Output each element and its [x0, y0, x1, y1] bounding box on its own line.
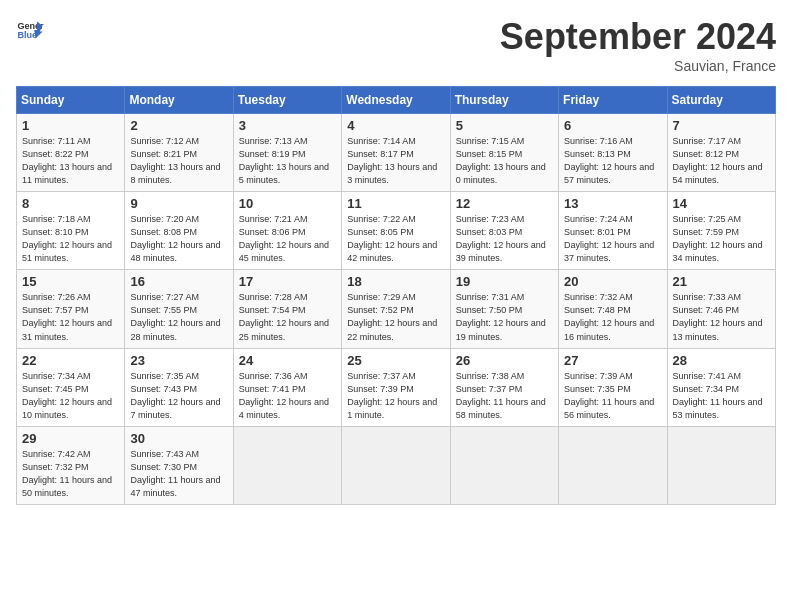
calendar-cell: 9Sunrise: 7:20 AM Sunset: 8:08 PM Daylig… — [125, 192, 233, 270]
day-number: 27 — [564, 353, 661, 368]
calendar-cell: 24Sunrise: 7:36 AM Sunset: 7:41 PM Dayli… — [233, 348, 341, 426]
calendar-cell — [342, 426, 450, 504]
day-number: 28 — [673, 353, 770, 368]
calendar-cell: 14Sunrise: 7:25 AM Sunset: 7:59 PM Dayli… — [667, 192, 775, 270]
day-number: 7 — [673, 118, 770, 133]
calendar-row: 1Sunrise: 7:11 AM Sunset: 8:22 PM Daylig… — [17, 114, 776, 192]
day-number: 20 — [564, 274, 661, 289]
day-number: 1 — [22, 118, 119, 133]
day-number: 16 — [130, 274, 227, 289]
calendar-cell: 18Sunrise: 7:29 AM Sunset: 7:52 PM Dayli… — [342, 270, 450, 348]
day-info: Sunrise: 7:34 AM Sunset: 7:45 PM Dayligh… — [22, 370, 119, 422]
day-info: Sunrise: 7:38 AM Sunset: 7:37 PM Dayligh… — [456, 370, 553, 422]
day-number: 22 — [22, 353, 119, 368]
calendar-cell — [667, 426, 775, 504]
calendar-cell: 2Sunrise: 7:12 AM Sunset: 8:21 PM Daylig… — [125, 114, 233, 192]
col-tuesday: Tuesday — [233, 87, 341, 114]
day-info: Sunrise: 7:13 AM Sunset: 8:19 PM Dayligh… — [239, 135, 336, 187]
day-info: Sunrise: 7:41 AM Sunset: 7:34 PM Dayligh… — [673, 370, 770, 422]
logo-icon: General Blue — [16, 16, 44, 44]
day-number: 26 — [456, 353, 553, 368]
svg-text:Blue: Blue — [17, 30, 37, 40]
calendar-cell: 27Sunrise: 7:39 AM Sunset: 7:35 PM Dayli… — [559, 348, 667, 426]
calendar-cell: 3Sunrise: 7:13 AM Sunset: 8:19 PM Daylig… — [233, 114, 341, 192]
day-number: 3 — [239, 118, 336, 133]
calendar-cell: 13Sunrise: 7:24 AM Sunset: 8:01 PM Dayli… — [559, 192, 667, 270]
day-info: Sunrise: 7:26 AM Sunset: 7:57 PM Dayligh… — [22, 291, 119, 343]
day-info: Sunrise: 7:29 AM Sunset: 7:52 PM Dayligh… — [347, 291, 444, 343]
day-info: Sunrise: 7:42 AM Sunset: 7:32 PM Dayligh… — [22, 448, 119, 500]
calendar-cell: 17Sunrise: 7:28 AM Sunset: 7:54 PM Dayli… — [233, 270, 341, 348]
calendar-cell: 22Sunrise: 7:34 AM Sunset: 7:45 PM Dayli… — [17, 348, 125, 426]
calendar-cell: 19Sunrise: 7:31 AM Sunset: 7:50 PM Dayli… — [450, 270, 558, 348]
day-info: Sunrise: 7:37 AM Sunset: 7:39 PM Dayligh… — [347, 370, 444, 422]
col-friday: Friday — [559, 87, 667, 114]
day-info: Sunrise: 7:28 AM Sunset: 7:54 PM Dayligh… — [239, 291, 336, 343]
day-number: 29 — [22, 431, 119, 446]
day-number: 6 — [564, 118, 661, 133]
calendar-cell: 6Sunrise: 7:16 AM Sunset: 8:13 PM Daylig… — [559, 114, 667, 192]
day-number: 30 — [130, 431, 227, 446]
day-info: Sunrise: 7:31 AM Sunset: 7:50 PM Dayligh… — [456, 291, 553, 343]
day-info: Sunrise: 7:32 AM Sunset: 7:48 PM Dayligh… — [564, 291, 661, 343]
day-info: Sunrise: 7:14 AM Sunset: 8:17 PM Dayligh… — [347, 135, 444, 187]
day-info: Sunrise: 7:21 AM Sunset: 8:06 PM Dayligh… — [239, 213, 336, 265]
calendar-cell: 4Sunrise: 7:14 AM Sunset: 8:17 PM Daylig… — [342, 114, 450, 192]
calendar-cell: 7Sunrise: 7:17 AM Sunset: 8:12 PM Daylig… — [667, 114, 775, 192]
day-number: 8 — [22, 196, 119, 211]
day-number: 18 — [347, 274, 444, 289]
day-info: Sunrise: 7:11 AM Sunset: 8:22 PM Dayligh… — [22, 135, 119, 187]
day-number: 13 — [564, 196, 661, 211]
col-sunday: Sunday — [17, 87, 125, 114]
calendar-cell: 25Sunrise: 7:37 AM Sunset: 7:39 PM Dayli… — [342, 348, 450, 426]
day-number: 15 — [22, 274, 119, 289]
day-number: 23 — [130, 353, 227, 368]
day-info: Sunrise: 7:23 AM Sunset: 8:03 PM Dayligh… — [456, 213, 553, 265]
day-info: Sunrise: 7:18 AM Sunset: 8:10 PM Dayligh… — [22, 213, 119, 265]
calendar-row: 22Sunrise: 7:34 AM Sunset: 7:45 PM Dayli… — [17, 348, 776, 426]
col-saturday: Saturday — [667, 87, 775, 114]
day-number: 24 — [239, 353, 336, 368]
day-number: 12 — [456, 196, 553, 211]
calendar-cell: 29Sunrise: 7:42 AM Sunset: 7:32 PM Dayli… — [17, 426, 125, 504]
day-info: Sunrise: 7:17 AM Sunset: 8:12 PM Dayligh… — [673, 135, 770, 187]
calendar-cell: 21Sunrise: 7:33 AM Sunset: 7:46 PM Dayli… — [667, 270, 775, 348]
day-info: Sunrise: 7:39 AM Sunset: 7:35 PM Dayligh… — [564, 370, 661, 422]
page-header: General Blue September 2024 Sauvian, Fra… — [16, 16, 776, 74]
calendar-cell — [559, 426, 667, 504]
calendar-cell — [450, 426, 558, 504]
col-thursday: Thursday — [450, 87, 558, 114]
day-info: Sunrise: 7:43 AM Sunset: 7:30 PM Dayligh… — [130, 448, 227, 500]
day-number: 25 — [347, 353, 444, 368]
day-info: Sunrise: 7:35 AM Sunset: 7:43 PM Dayligh… — [130, 370, 227, 422]
day-number: 19 — [456, 274, 553, 289]
day-info: Sunrise: 7:15 AM Sunset: 8:15 PM Dayligh… — [456, 135, 553, 187]
calendar-cell: 5Sunrise: 7:15 AM Sunset: 8:15 PM Daylig… — [450, 114, 558, 192]
day-info: Sunrise: 7:12 AM Sunset: 8:21 PM Dayligh… — [130, 135, 227, 187]
location: Sauvian, France — [500, 58, 776, 74]
day-number: 21 — [673, 274, 770, 289]
day-info: Sunrise: 7:36 AM Sunset: 7:41 PM Dayligh… — [239, 370, 336, 422]
day-info: Sunrise: 7:22 AM Sunset: 8:05 PM Dayligh… — [347, 213, 444, 265]
calendar-cell: 28Sunrise: 7:41 AM Sunset: 7:34 PM Dayli… — [667, 348, 775, 426]
month-title: September 2024 — [500, 16, 776, 58]
day-number: 5 — [456, 118, 553, 133]
day-number: 10 — [239, 196, 336, 211]
day-number: 9 — [130, 196, 227, 211]
day-number: 4 — [347, 118, 444, 133]
calendar-cell: 20Sunrise: 7:32 AM Sunset: 7:48 PM Dayli… — [559, 270, 667, 348]
calendar-cell: 11Sunrise: 7:22 AM Sunset: 8:05 PM Dayli… — [342, 192, 450, 270]
day-info: Sunrise: 7:25 AM Sunset: 7:59 PM Dayligh… — [673, 213, 770, 265]
day-info: Sunrise: 7:24 AM Sunset: 8:01 PM Dayligh… — [564, 213, 661, 265]
day-info: Sunrise: 7:27 AM Sunset: 7:55 PM Dayligh… — [130, 291, 227, 343]
calendar-row: 29Sunrise: 7:42 AM Sunset: 7:32 PM Dayli… — [17, 426, 776, 504]
day-number: 2 — [130, 118, 227, 133]
calendar-cell: 10Sunrise: 7:21 AM Sunset: 8:06 PM Dayli… — [233, 192, 341, 270]
calendar-cell: 15Sunrise: 7:26 AM Sunset: 7:57 PM Dayli… — [17, 270, 125, 348]
calendar-cell — [233, 426, 341, 504]
calendar-row: 8Sunrise: 7:18 AM Sunset: 8:10 PM Daylig… — [17, 192, 776, 270]
header-row: Sunday Monday Tuesday Wednesday Thursday… — [17, 87, 776, 114]
day-info: Sunrise: 7:33 AM Sunset: 7:46 PM Dayligh… — [673, 291, 770, 343]
calendar-cell: 23Sunrise: 7:35 AM Sunset: 7:43 PM Dayli… — [125, 348, 233, 426]
day-number: 11 — [347, 196, 444, 211]
